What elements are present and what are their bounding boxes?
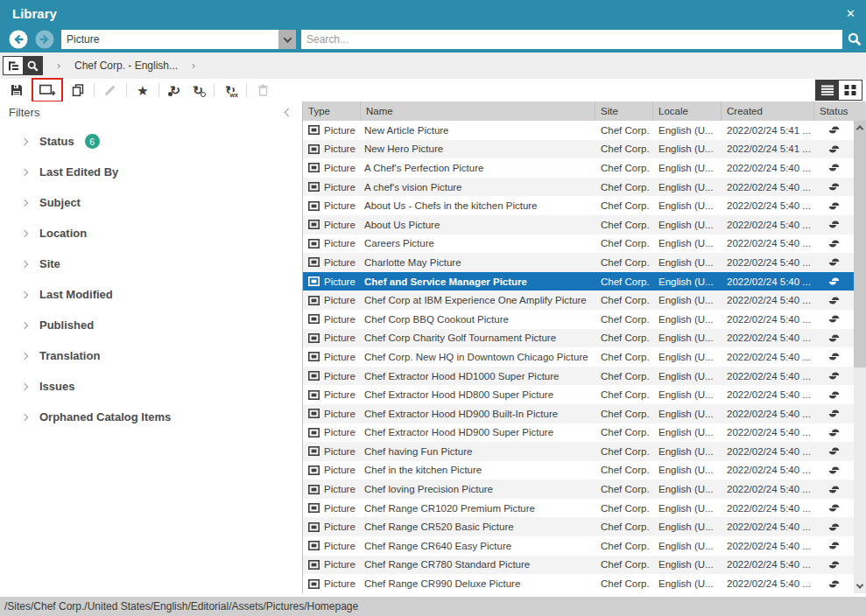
table-row[interactable]: Picture A chef's vision Picture Chef Cor… (303, 178, 854, 197)
type-cell: Picture (303, 503, 361, 514)
edit-button[interactable] (101, 80, 120, 100)
table-row[interactable]: Picture Chef and Service Manager Picture… (303, 272, 854, 291)
filter-item[interactable]: Published (0, 310, 302, 340)
history-refresh-button[interactable]: ↻ (188, 80, 208, 100)
scroll-up-button[interactable] (854, 121, 866, 135)
filter-item[interactable]: Last Edited By (0, 157, 302, 187)
locale-cell: English (U... (653, 257, 722, 268)
column-header-name[interactable]: Name (361, 102, 595, 121)
table-row[interactable]: Picture Chef Range CR640 Easy Picture Ch… (303, 536, 854, 556)
picture-type-icon (308, 257, 320, 267)
search-view-toggle[interactable] (23, 57, 42, 74)
filter-item[interactable]: Translation (0, 340, 302, 371)
locale-cell: English (U... (653, 559, 722, 570)
view-mode-toggle-group (3, 56, 43, 75)
search-button[interactable] (845, 30, 864, 49)
created-cell: 2022/02/24 5:40 ... (722, 257, 814, 268)
filter-item[interactable]: Site (0, 248, 302, 279)
name-cell: Careers Picture (361, 238, 595, 248)
translate-button[interactable]: ↻wx (221, 80, 240, 100)
site-cell: Chef Corp. (595, 522, 653, 532)
filters-panel: Filters Status 6 Last Edited By (0, 102, 303, 593)
grid-view-icon (843, 84, 857, 96)
collapse-panel-icon[interactable] (285, 108, 293, 116)
created-cell: 2022/02/24 5:40 ... (722, 200, 814, 211)
image-add-icon (39, 84, 56, 96)
filter-item[interactable]: Status 6 (0, 126, 302, 157)
star-icon: ★ (137, 84, 148, 97)
table-row[interactable]: Picture Chef Extractor Hood HD800 Super … (303, 385, 854, 404)
scope-dropdown-button[interactable] (278, 30, 296, 49)
type-cell: Picture (303, 559, 361, 570)
table-row[interactable]: Picture Chef Range CR780 Standard Pictur… (303, 556, 854, 575)
back-button[interactable] (9, 30, 28, 49)
status-cell (814, 219, 854, 230)
table-row[interactable]: Picture Chef loving Precision Picture Ch… (303, 480, 854, 499)
status-cell (814, 351, 854, 362)
created-cell: 2022/02/24 5:40 ... (722, 409, 814, 419)
column-header-type[interactable]: Type (303, 102, 361, 121)
table-row[interactable]: Picture New Article Picture Chef Corp. E… (303, 121, 854, 140)
table-row[interactable]: Picture Charlotte May Picture Chef Corp.… (303, 253, 854, 272)
filter-item[interactable]: Last Modified (0, 279, 302, 310)
workflow-refresh-button[interactable]: ↻ (165, 80, 185, 100)
type-cell: Picture (303, 465, 361, 475)
workflow-status-icon (828, 351, 840, 362)
filter-item[interactable]: Orphaned Catalog Items (0, 402, 302, 432)
chevron-right-icon (21, 229, 28, 236)
table-row[interactable]: Picture Chef Range CR520 Basic Picture C… (303, 517, 854, 536)
favorite-button[interactable]: ★ (133, 80, 152, 100)
workflow-status-icon (828, 465, 840, 476)
search-input[interactable] (301, 30, 842, 49)
filter-item[interactable]: Issues (0, 371, 302, 402)
created-cell: 2022/02/24 5:40 ... (722, 163, 814, 173)
scroll-down-button[interactable] (854, 579, 866, 593)
table-row[interactable]: Picture About Us - Chefs in the kitchen … (303, 196, 854, 215)
table-row[interactable]: Picture Chef having Fun Picture Chef Cor… (303, 442, 854, 461)
table-row[interactable]: Picture Chef Range CR1020 Premium Pictur… (303, 499, 854, 518)
name-cell: Chef Corp Charity Golf Tournament Pictur… (361, 332, 595, 343)
column-header-status[interactable]: Status (814, 102, 866, 121)
table-row[interactable]: Picture Chef in the kitchen Picture Chef… (303, 461, 854, 480)
grid-view-button[interactable] (839, 80, 862, 100)
scope-input[interactable] (61, 30, 278, 49)
locale-cell: English (U... (653, 163, 722, 173)
status-cell (814, 540, 854, 551)
table-row[interactable]: Picture Chef Range CR990 Deluxe Picture … (303, 574, 854, 593)
filters-header: Filters (0, 102, 302, 122)
table-row[interactable]: Picture A Chef's Perfection Picture Chef… (303, 158, 854, 178)
forward-button[interactable] (35, 30, 54, 49)
column-header-locale[interactable]: Locale (653, 102, 722, 121)
close-icon[interactable]: ✕ (846, 7, 855, 20)
workflow-status-icon (828, 445, 840, 457)
list-grid-toggle-group (815, 80, 862, 101)
table-row[interactable]: Picture Chef Extractor Hood HD1000 Super… (303, 367, 854, 386)
table-row[interactable]: Picture Chef Corp. New HQ in Downtown Ch… (303, 347, 854, 367)
filter-item[interactable]: Location (0, 218, 302, 248)
created-cell: 2022/02/24 5:40 ... (722, 465, 814, 475)
table-row[interactable]: Picture New Hero Picture Chef Corp. Engl… (303, 140, 854, 159)
column-header-site[interactable]: Site (595, 102, 653, 121)
created-cell: 2022/02/24 5:40 ... (722, 352, 814, 362)
locale-cell: English (U... (653, 220, 722, 230)
table-row[interactable]: Picture Chef Corp Charity Golf Tournamen… (303, 329, 854, 348)
add-picture-button[interactable] (38, 80, 57, 100)
table-row[interactable]: Picture Chef Extractor Hood HD900 Built-… (303, 404, 854, 424)
scrollbar-thumb[interactable] (854, 135, 866, 368)
list-view-button[interactable] (816, 80, 839, 100)
delete-button[interactable] (253, 80, 272, 100)
copy-button[interactable] (68, 80, 88, 100)
trash-icon (257, 84, 269, 96)
column-header-created[interactable]: Created (722, 102, 814, 121)
filter-item[interactable]: Subject (0, 187, 302, 218)
table-row[interactable]: Picture Chef Corp BBQ Cookout Picture Ch… (303, 310, 854, 329)
tree-view-toggle[interactable] (4, 57, 23, 74)
table-row[interactable]: Picture About Us Picture Chef Corp. Engl… (303, 215, 854, 234)
table-row[interactable]: Picture Careers Picture Chef Corp. Engli… (303, 234, 854, 254)
type-cell: Picture (303, 238, 361, 248)
save-button[interactable] (7, 80, 26, 100)
breadcrumb-item[interactable]: Chef Corp. - English... (74, 60, 178, 72)
table-row[interactable]: Picture Chef Corp at IBM Experience One … (303, 290, 854, 310)
vertical-scrollbar[interactable] (854, 121, 866, 593)
table-row[interactable]: Picture Chef Extractor Hood HD900 Super … (303, 424, 854, 443)
